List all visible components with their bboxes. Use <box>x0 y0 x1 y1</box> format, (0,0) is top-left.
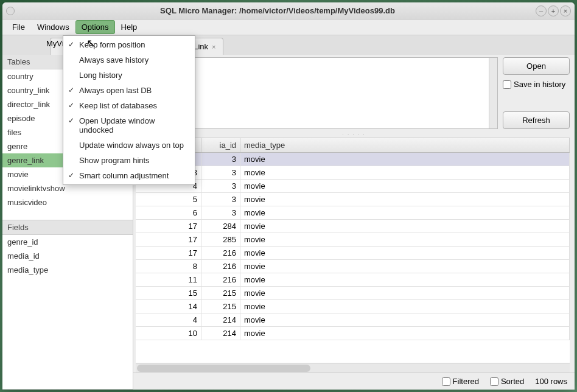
cell: 3 <box>201 180 240 192</box>
cell: 214 <box>201 313 240 326</box>
cell: 3 <box>201 206 240 219</box>
save-history-input[interactable] <box>503 80 511 89</box>
cell: movie <box>240 180 570 192</box>
open-button[interactable]: Open <box>503 57 570 75</box>
cell: 17 <box>136 247 201 259</box>
menu-file[interactable]: File <box>6 20 31 34</box>
cell: 284 <box>201 220 240 233</box>
cell: 5 <box>136 193 201 206</box>
table-row[interactable]: 15215movie <box>136 287 570 300</box>
column-header-media-id[interactable]: ia_id <box>201 138 240 152</box>
cell: 4 <box>136 313 201 326</box>
save-history-checkbox[interactable]: Save in history <box>503 80 570 89</box>
grid-body[interactable]: 3movie33movie43movie53movie63movie17284m… <box>136 153 570 363</box>
cell: movie <box>240 153 570 166</box>
cell: 6 <box>136 206 201 219</box>
cell: 216 <box>201 273 240 286</box>
table-row[interactable]: 8216movie <box>136 260 570 273</box>
menu-help[interactable]: Help <box>115 20 144 34</box>
fields-list: genre_idmedia_idmedia_type <box>2 235 133 390</box>
cell: movie <box>240 287 570 299</box>
table-row[interactable]: 17216movie <box>136 247 570 260</box>
cell: 3 <box>201 166 240 179</box>
options-menu-item[interactable]: Update window always on top <box>63 138 195 153</box>
cell: 216 <box>201 260 240 273</box>
table-row[interactable]: 17284movie <box>136 220 570 233</box>
table-row[interactable]: 14215movie <box>136 300 570 313</box>
cell: 17 <box>136 220 201 233</box>
table-row[interactable]: 11216movie <box>136 273 570 287</box>
table-row[interactable]: 33movie <box>136 166 570 180</box>
cell: movie <box>240 206 570 219</box>
query-buttons: Open Save in history Refresh <box>503 57 570 129</box>
table-row[interactable]: 43movie <box>136 180 570 193</box>
cell: 10 <box>136 327 201 340</box>
options-menu-item[interactable]: Open Update window undocked <box>63 113 195 138</box>
cell: movie <box>240 233 570 246</box>
titlebar: SQL Micro Manager: /home/victor/Videos/t… <box>2 2 575 19</box>
cell: 216 <box>201 247 240 259</box>
save-history-label: Save in history <box>514 80 565 89</box>
column-header-media-type[interactable]: media_type <box>240 138 570 152</box>
cell: movie <box>240 313 570 326</box>
titlebar-buttons: – + × <box>536 5 571 16</box>
field-item-media_id[interactable]: media_id <box>2 249 133 263</box>
field-item-genre_id[interactable]: genre_id <box>2 235 133 249</box>
options-menu-item[interactable]: Keep form position <box>63 37 195 52</box>
maximize-button[interactable]: + <box>548 5 559 16</box>
editor-scrollbar[interactable] <box>489 58 497 128</box>
table-item-musicvideo[interactable]: musicvideo <box>2 195 133 209</box>
cell: 8 <box>136 260 201 273</box>
options-menu-item[interactable]: Always open last DB <box>63 83 195 98</box>
statusbar: Filtered Sorted 100 rows <box>133 373 575 390</box>
cell: movie <box>240 327 570 340</box>
options-menu-item[interactable]: Keep list of databases <box>63 98 195 113</box>
cell: 3 <box>201 153 240 166</box>
cell: 14 <box>136 300 201 313</box>
close-button[interactable]: × <box>560 5 571 16</box>
table-row[interactable]: 3movie <box>136 153 570 166</box>
sorted-checkbox[interactable]: Sorted <box>490 377 524 386</box>
cell: movie <box>240 220 570 233</box>
options-menu-item[interactable]: Smart column adjustment <box>63 168 195 183</box>
cell: movie <box>240 193 570 206</box>
result-grid: ia_id media_type 3movie33movie43movie53m… <box>136 138 570 363</box>
grid-horizontal-scrollbar[interactable] <box>136 363 570 373</box>
filtered-checkbox[interactable]: Filtered <box>442 377 479 386</box>
table-row[interactable]: 4214movie <box>136 313 570 327</box>
cell: movie <box>240 273 570 286</box>
cell: 215 <box>201 300 240 313</box>
close-tab-icon[interactable]: × <box>212 43 215 51</box>
options-menu-item[interactable]: Always save history <box>63 52 195 68</box>
titlebar-close-button[interactable] <box>6 7 15 15</box>
fields-header: Fields <box>2 220 133 235</box>
cell: 3 <box>201 193 240 206</box>
row-count: 100 rows <box>535 377 567 386</box>
query-area: * nre_link 00; Open Save in history Refr… <box>133 55 575 131</box>
grid-header: ia_id media_type <box>136 138 570 153</box>
scrollbar-thumb[interactable] <box>137 365 310 372</box>
db-tab-partial[interactable]: MyVi <box>46 39 64 48</box>
table-row[interactable]: 53movie <box>136 193 570 206</box>
window-title: SQL Micro Manager: /home/victor/Videos/t… <box>19 6 536 15</box>
field-item-media_type[interactable]: media_type <box>2 263 133 277</box>
menu-windows[interactable]: Windows <box>31 20 75 34</box>
options-menu-item[interactable]: Show program hints <box>63 153 195 168</box>
cell: 215 <box>201 287 240 299</box>
menu-options[interactable]: Options <box>75 20 115 34</box>
cell: 15 <box>136 287 201 299</box>
cell: 214 <box>201 327 240 340</box>
horizontal-splitter[interactable]: · · · · · <box>133 131 575 138</box>
table-row[interactable]: 10214movie <box>136 327 570 340</box>
main-panel: * nre_link 00; Open Save in history Refr… <box>133 55 575 390</box>
cell: movie <box>240 300 570 313</box>
cell: movie <box>240 166 570 179</box>
table-row[interactable]: 63movie <box>136 206 570 220</box>
cell: movie <box>240 247 570 259</box>
refresh-button[interactable]: Refresh <box>503 111 570 129</box>
options-menu-item[interactable]: Long history <box>63 68 195 83</box>
minimize-button[interactable]: – <box>536 5 547 16</box>
cell: 11 <box>136 273 201 286</box>
options-dropdown: Keep form positionAlways save historyLon… <box>63 35 195 185</box>
table-row[interactable]: 17285movie <box>136 233 570 247</box>
